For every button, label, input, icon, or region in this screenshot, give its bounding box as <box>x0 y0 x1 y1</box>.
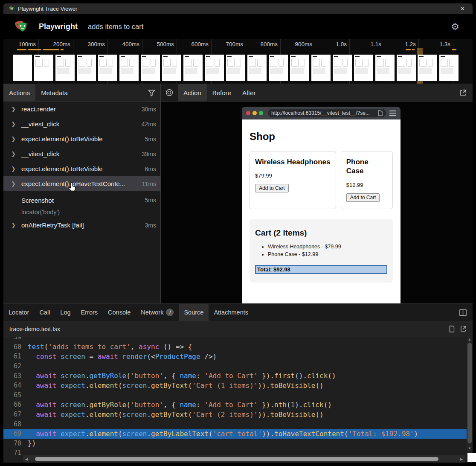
timeline-thumbnail[interactable] <box>183 55 203 81</box>
code-line[interactable]: 60test('adds items to cart', async () =>… <box>3 342 473 352</box>
target-box[interactable] <box>161 84 178 101</box>
code-line[interactable]: 67 await expect.element(screen.getByText… <box>3 410 473 419</box>
action-row[interactable]: ❯onAfterRetryTask [fail]3ms <box>3 218 160 233</box>
code-token: ( <box>126 401 131 409</box>
code-line[interactable]: 61 const screen = await render(<ProductP… <box>3 352 473 361</box>
scroll-left-arrow[interactable]: ◀ <box>23 457 30 461</box>
action-row[interactable]: Screenshot5ms <box>3 191 160 207</box>
code-line[interactable]: 68 <box>3 419 473 429</box>
tab-after[interactable]: After <box>237 84 261 101</box>
tab-log[interactable]: Log <box>55 304 75 321</box>
chevron-right-icon[interactable]: ❯ <box>11 121 21 127</box>
action-row[interactable]: ❯expect.element().toHaveTextConte...11ms <box>3 176 160 191</box>
open-source-external-icon[interactable] <box>460 326 467 332</box>
chevron-right-icon[interactable]: ❯ <box>11 106 21 112</box>
timeline-thumbnail[interactable] <box>418 55 437 81</box>
vertical-scrollbar[interactable]: ▲ ▼ <box>467 337 473 455</box>
timeline[interactable]: 100ms200ms300ms400ms500ms600ms700ms800ms… <box>3 39 473 84</box>
timeline-activity-bar <box>17 49 26 50</box>
action-duration: 6ms <box>142 166 156 172</box>
tab-actions[interactable]: Actions <box>3 84 35 101</box>
vertical-scroll-thumb[interactable] <box>467 343 472 443</box>
scrollbar-corner <box>467 453 476 462</box>
copy-source-icon[interactable] <box>449 326 455 332</box>
close-icon[interactable]: ✕ <box>457 6 468 12</box>
thumbnail-sketch <box>313 56 317 57</box>
scroll-up-arrow[interactable]: ▲ <box>467 338 473 341</box>
timeline-thumbnail[interactable] <box>439 55 459 81</box>
timeline-thumbnail[interactable] <box>77 55 96 81</box>
code-token: ( <box>287 401 291 409</box>
thumbnail-sketch <box>441 59 448 67</box>
tab-attachments[interactable]: Attachments <box>209 304 253 321</box>
add-to-cart-button[interactable]: Add to Cart <box>346 193 380 202</box>
tab-action[interactable]: Action <box>178 84 207 101</box>
filter-icon[interactable] <box>148 89 155 96</box>
timeline-thumbnail[interactable] <box>269 55 288 81</box>
scroll-down-arrow[interactable]: ▼ <box>467 446 473 450</box>
chevron-right-icon[interactable]: ❯ <box>11 151 21 157</box>
code-token: () <box>315 411 323 419</box>
copy-url-icon[interactable] <box>377 110 383 116</box>
tab-console[interactable]: Console <box>103 304 136 321</box>
tab-metadata[interactable]: Metadata <box>35 84 73 101</box>
tab-locator[interactable]: Locator <box>3 304 34 321</box>
timeline-thumbnail[interactable] <box>333 55 352 81</box>
tab-before[interactable]: Before <box>207 84 237 101</box>
thumbnail-sketch <box>99 59 107 67</box>
code-line[interactable]: 63 await screen.getByRole('button', { na… <box>3 371 473 381</box>
tab-errors[interactable]: Errors <box>76 304 103 321</box>
timeline-thumbnail[interactable] <box>290 55 309 81</box>
timeline-thumbnail[interactable] <box>375 55 395 81</box>
thumbnail-sketch <box>249 68 261 74</box>
chevron-right-icon[interactable]: ❯ <box>11 181 21 187</box>
timeline-thumbnail[interactable] <box>98 55 117 81</box>
timeline-thumbnail[interactable] <box>354 55 373 81</box>
timeline-thumbnail[interactable] <box>311 55 331 81</box>
address-bar[interactable]: http://localhost:63315/__vitest_test__/?… <box>268 109 386 117</box>
timeline-thumbnail[interactable] <box>119 55 139 81</box>
code-editor[interactable]: 5960test('adds items to cart', async () … <box>3 337 473 463</box>
timeline-thumbnail[interactable] <box>55 55 75 81</box>
chevron-right-icon[interactable]: ❯ <box>11 166 21 172</box>
add-to-cart-button[interactable]: Add to Cart <box>255 184 289 192</box>
code-line[interactable]: 70}) <box>3 439 473 449</box>
action-row[interactable]: ❯__vitest_click42ms <box>3 116 160 131</box>
scroll-right-arrow[interactable]: ▶ <box>458 457 465 461</box>
thumbnail-sketch <box>172 59 177 67</box>
chevron-right-icon[interactable]: ❯ <box>11 222 21 228</box>
browser-menu-icon[interactable] <box>389 111 396 116</box>
tab-network[interactable]: Network7 <box>136 304 179 321</box>
tab-call[interactable]: Call <box>34 304 55 321</box>
action-row[interactable]: ❯react.render30ms <box>3 102 160 116</box>
thumbnail-sketch <box>215 59 220 67</box>
timeline-thumbnail[interactable] <box>205 55 224 81</box>
code-token: , { <box>163 372 180 380</box>
open-external-icon[interactable] <box>459 89 467 96</box>
code-line-highlighted[interactable]: 69 await expect.element(screen.getByLabe… <box>3 429 473 439</box>
code-line[interactable]: 66 await screen.getByRole('button', { na… <box>3 400 473 410</box>
thumbnail-sketch <box>121 59 137 67</box>
split-view-icon[interactable] <box>459 309 467 316</box>
thumbnail-sketch <box>441 59 457 67</box>
code-line[interactable]: 64 await expect.element(screen.getByText… <box>3 381 473 390</box>
code-line[interactable]: 59 <box>3 337 473 342</box>
horizontal-scroll-thumb[interactable] <box>35 457 438 461</box>
gear-icon[interactable]: ⚙ <box>451 22 459 32</box>
horizontal-scrollbar[interactable]: ◀ ▶ <box>23 455 465 463</box>
action-row[interactable]: ❯__vitest_click39ms <box>3 146 160 161</box>
timeline-thumbnail[interactable] <box>162 55 181 81</box>
tab-source[interactable]: Source <box>179 304 209 321</box>
timeline-thumbnail[interactable] <box>141 55 160 81</box>
action-row[interactable]: ❯expect.element().toBeVisible5ms <box>3 131 160 146</box>
timeline-thumbnail[interactable] <box>397 55 416 81</box>
timeline-thumbnail[interactable] <box>34 55 53 81</box>
code-line[interactable]: 65 <box>3 390 473 400</box>
action-row[interactable]: ❯expect.element().toBeVisible6ms <box>3 161 160 176</box>
timeline-thumbnail[interactable] <box>13 55 32 81</box>
timeline-thumbnail[interactable] <box>247 55 267 81</box>
timeline-thumbnail[interactable] <box>226 55 245 81</box>
line-number: 65 <box>3 391 28 399</box>
chevron-right-icon[interactable]: ❯ <box>11 136 21 142</box>
code-line[interactable]: 62 <box>3 361 473 371</box>
